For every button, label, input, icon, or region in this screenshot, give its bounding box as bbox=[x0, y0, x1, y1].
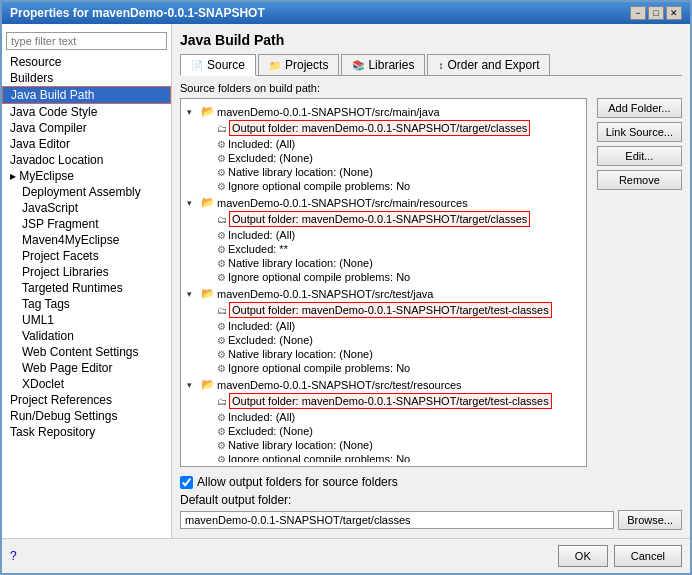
ignore-icon-4-5: ⚙ bbox=[217, 454, 226, 463]
help-icon[interactable]: ? bbox=[10, 549, 17, 563]
sidebar-item-javascript[interactable]: JavaScript bbox=[2, 200, 171, 216]
link-source-button[interactable]: Link Source... bbox=[597, 122, 682, 142]
sidebar-item-java-code-style[interactable]: Java Code Style bbox=[2, 104, 171, 120]
native-icon-3-4: ⚙ bbox=[217, 349, 226, 360]
sidebar-item-javadoc-location[interactable]: Javadoc Location bbox=[2, 152, 171, 168]
native-icon-1-4: ⚙ bbox=[217, 167, 226, 178]
projects-tab-icon: 📁 bbox=[269, 60, 281, 71]
tree-child-4-1[interactable]: 🗂 Output folder: mavenDemo-0.0.1-SNAPSHO… bbox=[201, 392, 582, 410]
tree-child2-5-label: Ignore optional compile problems: No bbox=[228, 271, 410, 283]
sidebar-item-task-repository[interactable]: Task Repository bbox=[2, 424, 171, 440]
tree-child1-2-label: Included: (All) bbox=[228, 138, 295, 150]
tree-row-node4[interactable]: ▾ 📂 mavenDemo-0.0.1-SNAPSHOT/src/test/re… bbox=[185, 377, 582, 392]
expand-icon-2: ▾ bbox=[187, 198, 199, 208]
tree-row-node2[interactable]: ▾ 📂 mavenDemo-0.0.1-SNAPSHOT/src/main/re… bbox=[185, 195, 582, 210]
close-button[interactable]: ✕ bbox=[666, 6, 682, 20]
included-icon-4-2: ⚙ bbox=[217, 412, 226, 423]
browse-button[interactable]: Browse... bbox=[618, 510, 682, 530]
sidebar-item-java-editor[interactable]: Java Editor bbox=[2, 136, 171, 152]
tree-child-2-3[interactable]: ⚙ Excluded: ** bbox=[201, 242, 582, 256]
tab-source[interactable]: 📄 Source bbox=[180, 54, 256, 76]
ok-button[interactable]: OK bbox=[558, 545, 608, 567]
window-title: Properties for mavenDemo-0.0.1-SNAPSHOT bbox=[10, 6, 265, 20]
tree-node-3: ▾ 📂 mavenDemo-0.0.1-SNAPSHOT/src/test/ja… bbox=[185, 285, 582, 376]
source-label: Source folders on build path: bbox=[180, 82, 682, 94]
sidebar-filter-input[interactable] bbox=[6, 32, 167, 50]
tree-node-2: ▾ 📂 mavenDemo-0.0.1-SNAPSHOT/src/main/re… bbox=[185, 194, 582, 285]
tree-child-3-5[interactable]: ⚙ Ignore optional compile problems: No bbox=[201, 361, 582, 375]
sidebar-item-uml1[interactable]: UML1 bbox=[2, 312, 171, 328]
tree-child-2-5[interactable]: ⚙ Ignore optional compile problems: No bbox=[201, 270, 582, 284]
sidebar-item-web-content-settings[interactable]: Web Content Settings bbox=[2, 344, 171, 360]
tab-libraries[interactable]: 📚 Libraries bbox=[341, 54, 425, 75]
excluded-icon-2-3: ⚙ bbox=[217, 244, 226, 255]
tab-projects[interactable]: 📁 Projects bbox=[258, 54, 339, 75]
expand-icon-1: ▾ bbox=[187, 107, 199, 117]
tree-child-4-3[interactable]: ⚙ Excluded: (None) bbox=[201, 424, 582, 438]
tree-child2-1-label: Output folder: mavenDemo-0.0.1-SNAPSHOT/… bbox=[229, 211, 530, 227]
tree-child-2-1[interactable]: 🗂 Output folder: mavenDemo-0.0.1-SNAPSHO… bbox=[201, 210, 582, 228]
maximize-button[interactable]: □ bbox=[648, 6, 664, 20]
tree-child-3-1[interactable]: 🗂 Output folder: mavenDemo-0.0.1-SNAPSHO… bbox=[201, 301, 582, 319]
cancel-button[interactable]: Cancel bbox=[614, 545, 682, 567]
tree-node4-label: mavenDemo-0.0.1-SNAPSHOT/src/test/resour… bbox=[217, 379, 462, 391]
tree-child-3-4[interactable]: ⚙ Native library location: (None) bbox=[201, 347, 582, 361]
tree-child1-5-label: Ignore optional compile problems: No bbox=[228, 180, 410, 192]
sidebar-item-xdoclet[interactable]: XDoclet bbox=[2, 376, 171, 392]
remove-button[interactable]: Remove bbox=[597, 170, 682, 190]
tree-child-2-4[interactable]: ⚙ Native library location: (None) bbox=[201, 256, 582, 270]
tree-container[interactable]: ▾ 📂 mavenDemo-0.0.1-SNAPSHOT/src/main/ja… bbox=[180, 98, 587, 467]
tree-child-4-5[interactable]: ⚙ Ignore optional compile problems: No bbox=[201, 452, 582, 462]
sidebar-item-java-compiler[interactable]: Java Compiler bbox=[2, 120, 171, 136]
allow-output-folders-checkbox[interactable] bbox=[180, 476, 193, 489]
included-icon-3-2: ⚙ bbox=[217, 321, 226, 332]
sidebar-item-targeted-runtimes[interactable]: Targeted Runtimes bbox=[2, 280, 171, 296]
add-folder-button[interactable]: Add Folder... bbox=[597, 98, 682, 118]
sidebar-item-resource[interactable]: Resource bbox=[2, 54, 171, 70]
tree-child-1-5[interactable]: ⚙ Ignore optional compile problems: No bbox=[201, 179, 582, 193]
footer-buttons: OK Cancel bbox=[558, 545, 682, 567]
sidebar-item-deployment-assembly[interactable]: Deployment Assembly bbox=[2, 184, 171, 200]
checkbox-row: Allow output folders for source folders bbox=[180, 475, 682, 489]
expand-icon-4: ▾ bbox=[187, 380, 199, 390]
tree-child4-3-label: Excluded: (None) bbox=[228, 425, 313, 437]
tree-child-1-4[interactable]: ⚙ Native library location: (None) bbox=[201, 165, 582, 179]
tree-child-2-2[interactable]: ⚙ Included: (All) bbox=[201, 228, 582, 242]
excluded-icon-4-3: ⚙ bbox=[217, 426, 226, 437]
sidebar-item-myeclipse[interactable]: ▸ MyEclipse bbox=[2, 168, 171, 184]
sidebar-item-project-references[interactable]: Project References bbox=[2, 392, 171, 408]
tree-child-1-1[interactable]: 🗂 Output folder: mavenDemo-0.0.1-SNAPSHO… bbox=[201, 119, 582, 137]
tree-child-1-2[interactable]: ⚙ Included: (All) bbox=[201, 137, 582, 151]
sidebar-item-builders[interactable]: Builders bbox=[2, 70, 171, 86]
tree-child3-5-label: Ignore optional compile problems: No bbox=[228, 362, 410, 374]
tree-node-1: ▾ 📂 mavenDemo-0.0.1-SNAPSHOT/src/main/ja… bbox=[185, 103, 582, 194]
tree-and-buttons: ▾ 📂 mavenDemo-0.0.1-SNAPSHOT/src/main/ja… bbox=[180, 98, 682, 471]
default-output-field[interactable] bbox=[180, 511, 614, 529]
tree-child3-1-label: Output folder: mavenDemo-0.0.1-SNAPSHOT/… bbox=[229, 302, 552, 318]
tree-child-1-3[interactable]: ⚙ Excluded: (None) bbox=[201, 151, 582, 165]
edit-button[interactable]: Edit... bbox=[597, 146, 682, 166]
tree-child-3-2[interactable]: ⚙ Included: (All) bbox=[201, 319, 582, 333]
tree-child-3-3[interactable]: ⚙ Excluded: (None) bbox=[201, 333, 582, 347]
sidebar-item-maven4myeclipse[interactable]: Maven4MyEclipse bbox=[2, 232, 171, 248]
sidebar-item-jsp-fragment[interactable]: JSP Fragment bbox=[2, 216, 171, 232]
sidebar-item-project-facets[interactable]: Project Facets bbox=[2, 248, 171, 264]
tab-order-export[interactable]: ↕ Order and Export bbox=[427, 54, 550, 75]
tree-child1-4-label: Native library location: (None) bbox=[228, 166, 373, 178]
folder-icon-1: 📂 bbox=[201, 105, 215, 118]
tree-node3-label: mavenDemo-0.0.1-SNAPSHOT/src/test/java bbox=[217, 288, 433, 300]
tab-source-label: Source bbox=[207, 58, 245, 72]
minimize-button[interactable]: − bbox=[630, 6, 646, 20]
tree-child-4-2[interactable]: ⚙ Included: (All) bbox=[201, 410, 582, 424]
sidebar-item-tag-tags[interactable]: Tag Tags bbox=[2, 296, 171, 312]
tab-order-export-label: Order and Export bbox=[447, 58, 539, 72]
tree-row-node3[interactable]: ▾ 📂 mavenDemo-0.0.1-SNAPSHOT/src/test/ja… bbox=[185, 286, 582, 301]
sidebar-item-project-libraries[interactable]: Project Libraries bbox=[2, 264, 171, 280]
sidebar-item-java-build-path[interactable]: Java Build Path bbox=[2, 86, 171, 104]
sidebar-item-web-page-editor[interactable]: Web Page Editor bbox=[2, 360, 171, 376]
tree-child-4-4[interactable]: ⚙ Native library location: (None) bbox=[201, 438, 582, 452]
titlebar-buttons: − □ ✕ bbox=[630, 6, 682, 20]
sidebar-item-validation[interactable]: Validation bbox=[2, 328, 171, 344]
tree-row-node1[interactable]: ▾ 📂 mavenDemo-0.0.1-SNAPSHOT/src/main/ja… bbox=[185, 104, 582, 119]
sidebar-item-run-debug-settings[interactable]: Run/Debug Settings bbox=[2, 408, 171, 424]
